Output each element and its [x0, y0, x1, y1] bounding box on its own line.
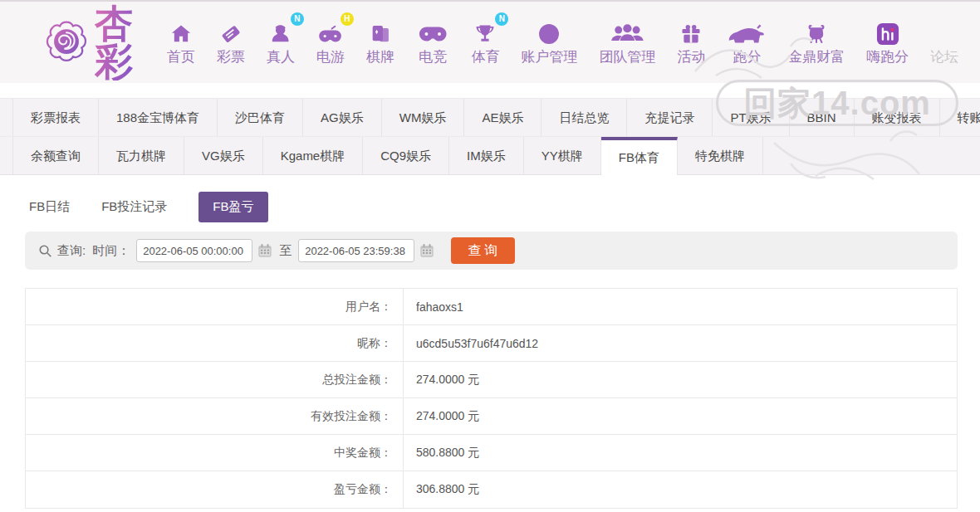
row-label: 盈亏金额：	[26, 471, 404, 508]
brand-flower-icon	[43, 19, 90, 66]
main-nav: 首页彩票N真人H电游棋牌电竞N体育账户管理团队管理活动跑分金鼎财富嗨跑分论坛	[167, 19, 980, 66]
tab-fb-sport[interactable]: FB体育	[601, 137, 678, 175]
tripod-icon	[788, 19, 845, 46]
esports-gamepad-icon	[416, 19, 449, 46]
row-label: 昵称：	[26, 325, 404, 361]
tab-cq9[interactable]: CQ9娱乐	[363, 137, 449, 174]
badge-n-icon: N	[495, 12, 508, 26]
tab-transfer-report[interactable]: 转账报表	[940, 99, 980, 136]
nav-item-cards[interactable]: 棋牌	[366, 19, 394, 66]
report-tab-row-2: 余额查询瓦力棋牌VG娱乐Kgame棋牌CQ9娱乐IM娱乐YY棋牌FB体育特免棋牌	[0, 137, 980, 174]
hi-app-icon	[866, 19, 909, 46]
nav-item-label: 体育	[471, 47, 499, 66]
report-tab-row-1: 彩票报表188金宝博体育沙巴体育AG娱乐WM娱乐AE娱乐日结总览充提记录PT娱乐…	[0, 99, 980, 137]
row-value: 274.0000 元	[404, 398, 479, 434]
row-value: 580.8800 元	[404, 435, 479, 471]
brand-logo[interactable]: 杏彩	[43, 4, 137, 80]
tab-saba-sport[interactable]: 沙巴体育	[218, 99, 303, 136]
lottery-ticket-icon	[217, 19, 245, 46]
rhino-icon	[727, 19, 767, 46]
nav-item-activity[interactable]: 活动	[677, 19, 705, 66]
tab-special-cards[interactable]: 特免棋牌	[678, 137, 763, 174]
nav-item-label: 论坛	[930, 47, 958, 66]
brand-name: 杏彩	[95, 4, 137, 80]
nav-item-label: 首页	[167, 47, 195, 66]
gamepad-icon: H	[316, 19, 345, 46]
report-tabbar: 彩票报表188金宝博体育沙巴体育AG娱乐WM娱乐AE娱乐日结总览充提记录PT娱乐…	[0, 98, 980, 175]
table-row-total-bet: 总投注金额：274.0000 元	[26, 362, 957, 398]
query-label: 查询:	[57, 243, 86, 259]
search-icon	[38, 244, 57, 258]
nav-item-jinding-wealth[interactable]: 金鼎财富	[788, 19, 845, 66]
nav-item-team-manage[interactable]: 团队管理	[599, 19, 655, 66]
nav-item-forum[interactable]: 论坛	[930, 46, 958, 66]
nav-item-hi-paofen[interactable]: 嗨跑分	[866, 19, 909, 66]
tab-im[interactable]: IM娱乐	[449, 137, 524, 174]
nav-item-label: 账户管理	[521, 47, 577, 66]
profit-detail-table: 用户名：fahaoxs1昵称：u6cd5u53f7u6f47u6d12总投注金额…	[25, 288, 958, 509]
badge-n-icon: N	[291, 12, 304, 26]
trophy-icon: N	[471, 19, 499, 46]
tab-daily-summary[interactable]: 日结总览	[541, 99, 627, 136]
subtab-fb-bet-records[interactable]: FB投注记录	[101, 199, 167, 215]
team-icon	[599, 19, 655, 46]
yuan-coin-icon	[521, 19, 577, 46]
gift-icon	[677, 19, 705, 46]
nav-item-label: 活动	[677, 47, 705, 66]
nav-item-label: 彩票	[217, 47, 245, 66]
nav-item-home[interactable]: 首页	[167, 19, 195, 66]
row-value: 274.0000 元	[404, 362, 479, 397]
nav-item-label: 跑分	[727, 47, 767, 66]
tab-deposit-withdraw[interactable]: 充提记录	[627, 99, 713, 136]
start-time-input[interactable]	[136, 239, 252, 262]
row-label: 有效投注金额：	[26, 398, 404, 434]
tab-wali-cards[interactable]: 瓦力棋牌	[99, 137, 184, 174]
nav-item-label: 棋牌	[366, 47, 394, 66]
nav-item-egames[interactable]: H电游	[316, 19, 345, 66]
tab-yy-cards[interactable]: YY棋牌	[524, 137, 601, 174]
tab-vg[interactable]: VG娱乐	[184, 137, 263, 174]
tab-ag[interactable]: AG娱乐	[303, 99, 382, 136]
row-label: 用户名：	[26, 289, 404, 324]
table-row-win-amount: 中奖金额：580.8800 元	[26, 435, 957, 471]
table-row-nickname: 昵称：u6cd5u53f7u6f47u6d12	[26, 325, 957, 362]
tab-pt[interactable]: PT娱乐	[713, 99, 789, 136]
table-row-username: 用户名：fahaoxs1	[26, 289, 957, 325]
nav-item-label: 电竞	[416, 47, 449, 66]
row-value: fahaoxs1	[404, 289, 463, 324]
calendar-icon[interactable]	[257, 243, 272, 258]
end-time-input[interactable]	[298, 239, 414, 262]
nav-item-label: 团队管理	[599, 47, 655, 66]
row-label: 总投注金额：	[26, 362, 404, 397]
tab-188-sport[interactable]: 188金宝博体育	[99, 99, 218, 136]
tab-wm[interactable]: WM娱乐	[382, 99, 465, 136]
row-label: 中奖金额：	[26, 435, 404, 471]
query-button[interactable]: 查 询	[451, 237, 514, 264]
tab-ae[interactable]: AE娱乐	[464, 99, 541, 136]
nav-item-live[interactable]: N真人	[267, 19, 295, 66]
query-panel: 查询: 时间： 至 查 询	[25, 232, 958, 270]
subtab-fb-daily[interactable]: FB日结	[29, 199, 70, 215]
live-person-icon: N	[267, 19, 295, 46]
tab-bbin[interactable]: BBIN	[790, 99, 855, 136]
home-icon	[167, 19, 195, 46]
time-label: 时间：	[92, 243, 130, 259]
nav-item-label: 金鼎财富	[788, 47, 845, 66]
nav-item-lottery[interactable]: 彩票	[217, 19, 245, 66]
row-value: 306.8800 元	[404, 471, 479, 508]
tab-account-change-report[interactable]: 账变报表	[855, 99, 940, 136]
subtab-fb-profit[interactable]: FB盈亏	[198, 192, 267, 222]
tab-balance-query[interactable]: 余额查询	[12, 137, 99, 174]
nav-item-esports[interactable]: 电竞	[416, 19, 449, 66]
nav-item-sports[interactable]: N体育	[471, 19, 499, 66]
nav-item-account-manage[interactable]: 账户管理	[521, 19, 577, 66]
calendar-icon[interactable]	[419, 243, 434, 258]
row-value: u6cd5u53f7u6f47u6d12	[404, 325, 538, 361]
nav-item-label: 真人	[267, 47, 295, 66]
nav-item-paofen[interactable]: 跑分	[727, 19, 767, 66]
tab-lottery-report[interactable]: 彩票报表	[12, 99, 99, 136]
header: 杏彩 首页彩票N真人H电游棋牌电竞N体育账户管理团队管理活动跑分金鼎财富嗨跑分论…	[0, 0, 980, 83]
tab-kgame[interactable]: Kgame棋牌	[263, 137, 364, 174]
cards-icon	[366, 19, 394, 46]
table-row-profit-amount: 盈亏金额：306.8800 元	[26, 471, 957, 508]
